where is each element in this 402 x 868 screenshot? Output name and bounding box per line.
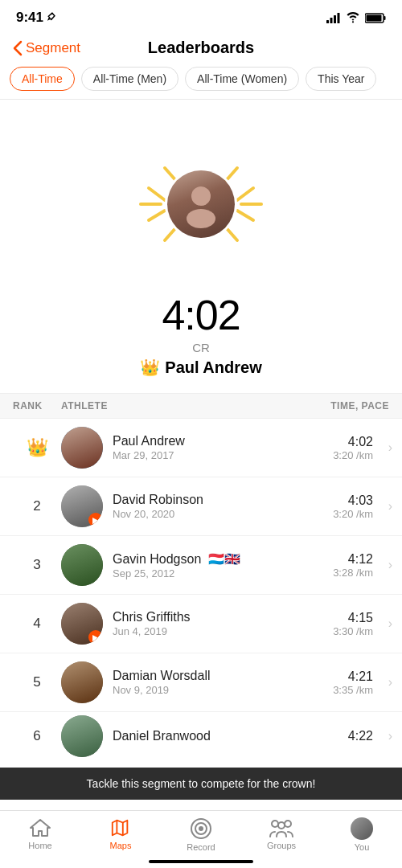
table-row[interactable]: 3 Gavin Hodgson 🇱🇺🇬🇧 Sep 25, 2012 4:12 3…	[0, 536, 402, 595]
compete-banner-text: Tackle this segment to compete for the c…	[87, 777, 316, 790]
athlete-info-6: Daniel Branwood	[113, 729, 293, 743]
athlete-avatar-2: ▶	[61, 485, 103, 527]
svg-line-15	[237, 211, 253, 220]
svg-rect-1	[330, 18, 333, 23]
home-indicator	[149, 860, 253, 863]
athlete-info-5: Damian Worsdall Nov 9, 2019	[113, 669, 293, 696]
svg-rect-3	[338, 13, 340, 23]
athlete-name-5: Damian Worsdall	[113, 669, 293, 683]
tab-all-time-men[interactable]: All-Time (Men)	[81, 67, 178, 91]
wifi-icon	[346, 12, 360, 23]
athlete-avatar-6	[61, 715, 103, 757]
cr-avatar	[165, 168, 237, 240]
athlete-flags-3: 🇱🇺🇬🇧	[208, 552, 240, 566]
rank-num-3: 3	[33, 557, 40, 573]
starburst	[121, 124, 281, 285]
svg-line-13	[237, 188, 253, 200]
athlete-date-1: Mar 29, 2017	[113, 449, 293, 461]
back-icon	[13, 40, 23, 56]
chevron-1: ›	[388, 440, 392, 455]
time-main-4: 4:15	[293, 611, 373, 625]
groups-icon	[269, 817, 294, 838]
athlete-name-4: Chris Griffiths	[113, 610, 293, 624]
athlete-name-1: Paul Andrew	[113, 434, 293, 448]
svg-rect-6	[384, 16, 386, 20]
svg-point-26	[285, 821, 291, 827]
time-pace-2: 3:20 /km	[293, 508, 373, 520]
status-bar: 9:41	[0, 0, 402, 32]
athlete-date-5: Nov 9, 2019	[113, 684, 293, 696]
tab-this-year[interactable]: This Year	[306, 67, 376, 91]
cr-time: 4:02	[162, 291, 240, 339]
time-cell-3: 4:12 3:28 /km	[293, 552, 373, 579]
signal-icon	[326, 12, 341, 23]
rank-cell-1: 👑	[13, 437, 61, 458]
tab-all-time-women[interactable]: All-Time (Women)	[185, 67, 299, 91]
table-row[interactable]: 4 ▶ Chris Griffiths Jun 4, 2019 4:15 3:3…	[0, 595, 402, 653]
col-time-header: TIME, PACE	[309, 400, 389, 411]
rank-num-4: 4	[33, 616, 40, 632]
nav-label-home: Home	[28, 841, 51, 850]
table-row[interactable]: 5 Damian Worsdall Nov 9, 2019 4:21 3:35 …	[0, 653, 402, 712]
athlete-info-1: Paul Andrew Mar 29, 2017	[113, 434, 293, 461]
tab-all-time[interactable]: All-Time	[10, 67, 75, 91]
nav-item-record[interactable]: Record	[177, 817, 225, 852]
time-main-3: 4:12	[293, 552, 373, 567]
nav-item-groups[interactable]: Groups	[257, 817, 306, 852]
rank-cell-2: 2	[13, 498, 61, 514]
svg-rect-0	[326, 20, 329, 23]
header: Segment Leaderboards	[0, 32, 402, 67]
athlete-info-3: Gavin Hodgson 🇱🇺🇬🇧 Sep 25, 2012	[113, 551, 293, 579]
svg-rect-2	[334, 15, 336, 23]
table-row[interactable]: 2 ▶ David Robinson Nov 20, 2020 4:03 3:2…	[0, 477, 402, 536]
athlete-avatar-3	[61, 544, 103, 586]
chevron-6: ›	[388, 729, 392, 743]
battery-icon	[365, 13, 386, 23]
table-row[interactable]: 👑 Paul Andrew Mar 29, 2017 4:02 3:20 /km…	[0, 419, 402, 477]
time-cell-6: 4:22	[293, 729, 373, 743]
time-main-1: 4:02	[293, 435, 373, 449]
svg-point-24	[199, 826, 203, 831]
nav-label-record: Record	[187, 842, 215, 852]
time-pace-3: 3:28 /km	[293, 567, 373, 579]
time-main-6: 4:22	[293, 729, 373, 743]
athlete-date-2: Nov 20, 2020	[113, 508, 293, 520]
time-main-2: 4:03	[293, 493, 373, 508]
athlete-name-3: Gavin Hodgson 🇱🇺🇬🇧	[113, 551, 293, 567]
athlete-avatar-5	[61, 661, 103, 703]
avatar-image	[177, 180, 225, 228]
athlete-name-6: Daniel Branwood	[113, 729, 293, 743]
time-pace-1: 3:20 /km	[293, 449, 373, 461]
svg-point-27	[278, 822, 285, 829]
record-icon	[190, 817, 212, 840]
table-header: RANK ATHLETE TIME, PACE	[0, 393, 402, 419]
home-icon	[29, 817, 51, 838]
time-cell-4: 4:15 3:30 /km	[293, 611, 373, 637]
chevron-5: ›	[388, 675, 392, 690]
back-label: Segment	[26, 40, 80, 56]
rank-cell-3: 3	[13, 557, 61, 573]
compete-banner: Tackle this segment to compete for the c…	[0, 768, 402, 800]
time-main-5: 4:21	[293, 669, 373, 684]
nav-item-home[interactable]: Home	[16, 817, 64, 852]
nav-item-maps[interactable]: Maps	[96, 817, 145, 852]
nav-item-you[interactable]: You	[338, 817, 386, 852]
rank-cell-6: 6	[13, 728, 61, 744]
filter-tabs: All-Time All-Time (Men) All-Time (Women)…	[0, 67, 402, 100]
status-icons	[326, 12, 386, 23]
chevron-4: ›	[388, 616, 392, 631]
svg-point-25	[272, 821, 278, 827]
nav-label-maps: Maps	[110, 841, 132, 850]
athlete-date-4: Jun 4, 2019	[113, 625, 293, 637]
time-cell-1: 4:02 3:20 /km	[293, 435, 373, 461]
page-title: Leaderboards	[148, 39, 254, 57]
back-button[interactable]: Segment	[13, 40, 80, 56]
table-row[interactable]: 6 Daniel Branwood 4:22 ›	[0, 712, 402, 760]
rank-num-2: 2	[33, 498, 40, 514]
time-pace-4: 3:30 /km	[293, 625, 373, 637]
athlete-avatar-1	[61, 427, 103, 469]
cr-name: 👑 Paul Andrew	[140, 358, 261, 377]
nav-label-you: You	[355, 842, 370, 852]
cr-athlete-name: Paul Andrew	[165, 358, 261, 377]
nav-label-groups: Groups	[267, 841, 296, 850]
